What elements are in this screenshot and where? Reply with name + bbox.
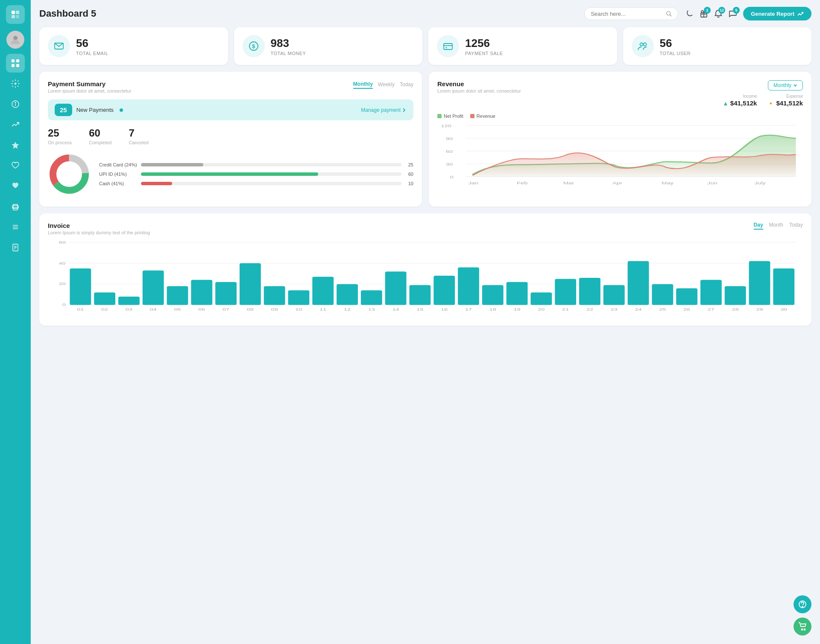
svg-text:Jan: Jan — [468, 181, 478, 185]
bar-chart-bar — [458, 267, 479, 305]
sidebar-item-dashboard[interactable] — [6, 54, 25, 73]
user-avatar[interactable] — [6, 31, 24, 49]
revenue-monthly-btn[interactable]: Monthly — [768, 80, 803, 90]
svg-rect-2 — [12, 15, 15, 18]
bar-chart-bar — [94, 292, 115, 305]
svg-text:08: 08 — [247, 307, 254, 312]
stat-info-payment: 1256 PAYMENT SALE — [465, 37, 503, 56]
canceled-value: 7 — [129, 127, 148, 139]
stat-number-email: 56 — [76, 37, 108, 50]
svg-text:16: 16 — [441, 307, 448, 312]
email-icon — [48, 35, 70, 57]
invoice-tab-day[interactable]: Day — [754, 222, 763, 230]
sidebar-item-favorites[interactable] — [6, 136, 25, 154]
svg-text:20: 20 — [538, 307, 545, 312]
svg-text:40: 40 — [59, 261, 66, 265]
expense-label: Expense — [786, 94, 803, 99]
stat-card-email: 56 TOTAL EMAIL — [39, 27, 228, 65]
progress-bar-bg-upi — [141, 172, 401, 176]
revenue-card: Revenue Lorem ipsum dolor sit amet, cons… — [429, 72, 811, 207]
header: Dashboard 5 2 — [39, 7, 811, 20]
legend-dot-revenue — [470, 114, 474, 118]
svg-point-98 — [802, 629, 803, 630]
bar-chart-bar — [652, 284, 673, 305]
invoice-tab-month[interactable]: Month — [769, 222, 783, 230]
revenue-chart: 120 90 60 30 0 — [437, 121, 803, 198]
progress-val-cash: 10 — [405, 181, 413, 186]
bar-chart-bar — [555, 279, 576, 305]
progress-bar-fill-cash — [141, 182, 172, 185]
sidebar-item-heart[interactable] — [6, 156, 25, 175]
sidebar-item-reports[interactable] — [6, 238, 25, 257]
bar-chart-bar — [676, 288, 697, 305]
bar-chart-bar — [409, 285, 430, 305]
bar-chart-bar — [749, 261, 770, 305]
stat-info-email: 56 TOTAL EMAIL — [76, 37, 108, 56]
legend-label-revenue: Revenue — [477, 114, 495, 119]
search-input[interactable] — [591, 11, 662, 17]
legend-revenue: Revenue — [470, 114, 495, 119]
bar-chart-bar — [482, 285, 504, 305]
progress-list: Credit Card (24%) 25 UPI ID (41%) 60 — [99, 162, 413, 186]
sidebar-item-info[interactable] — [6, 95, 25, 114]
svg-text:01: 01 — [77, 307, 84, 312]
svg-text:14: 14 — [392, 307, 400, 312]
sidebar-item-settings[interactable] — [6, 74, 25, 93]
dark-mode-toggle[interactable] — [685, 9, 694, 18]
sidebar-item-list[interactable] — [6, 218, 25, 236]
float-support-btn[interactable] — [794, 595, 811, 613]
stat-label-user: TOTAL USER — [660, 51, 691, 56]
tab-monthly[interactable]: Monthly — [353, 80, 373, 89]
middle-row: Payment Summary Lorem ipsum dolor sit am… — [39, 72, 811, 207]
gift-icon-btn[interactable]: 2 — [700, 9, 708, 18]
sidebar-item-saved[interactable] — [6, 177, 25, 195]
svg-text:Jun: Jun — [707, 181, 718, 185]
stat-number-money: 983 — [271, 37, 306, 50]
svg-text:02: 02 — [101, 307, 108, 312]
bar-chart-bar — [628, 261, 649, 305]
bar-chart-bar — [264, 286, 285, 305]
bar-chart-bar — [143, 271, 164, 305]
svg-text:0: 0 — [62, 303, 66, 307]
money-icon: $ — [243, 35, 265, 57]
svg-text:07: 07 — [223, 307, 229, 312]
tab-weekly[interactable]: Weekly — [378, 81, 395, 88]
income-value: ▲ $41,512k — [723, 99, 757, 107]
progress-bar-bg-cash — [141, 182, 401, 185]
svg-rect-5 — [12, 59, 15, 62]
stat-label-payment: PAYMENT SALE — [465, 51, 503, 56]
bell-icon-btn[interactable]: 12 — [714, 9, 723, 18]
expense-item: Expense 🔸 $41,512k — [767, 94, 803, 107]
expense-value: 🔸 $41,512k — [767, 99, 803, 107]
svg-rect-7 — [12, 64, 15, 67]
invoice-tabs: Day Month Today — [754, 222, 803, 230]
sidebar-item-print[interactable] — [6, 197, 25, 216]
app-logo[interactable] — [6, 5, 25, 24]
float-cart-btn[interactable] — [794, 618, 811, 635]
progress-label-cc: Credit Card (24%) — [99, 162, 138, 167]
svg-text:18: 18 — [489, 307, 497, 312]
sidebar-item-analytics[interactable] — [6, 115, 25, 134]
gift-badge: 2 — [704, 7, 711, 14]
search-bar[interactable] — [584, 7, 678, 20]
svg-text:24: 24 — [635, 307, 642, 312]
svg-point-4 — [13, 36, 18, 40]
stat-label-email: TOTAL EMAIL — [76, 51, 108, 56]
tab-today[interactable]: Today — [400, 81, 413, 88]
chat-icon-btn[interactable]: 5 — [729, 9, 737, 18]
svg-text:0: 0 — [450, 175, 454, 179]
stat-canceled: 7 Canceled — [129, 127, 148, 145]
svg-text:29: 29 — [756, 307, 763, 312]
bar-chart-bar — [530, 292, 552, 305]
generate-report-button[interactable]: Generate Report — [743, 7, 811, 20]
legend-net-profit: Net Profit — [437, 114, 463, 119]
revenue-right: Monthly Income ▲ $41,512k Expense — [723, 80, 803, 109]
manage-payment-link[interactable]: Manage payment — [361, 107, 407, 113]
invoice-title-group: Invoice Lorem Ipsum is simply dummy text… — [48, 222, 150, 235]
completed-label: Completed — [89, 140, 111, 145]
float-buttons — [794, 595, 811, 635]
stat-on-process: 25 On process — [48, 127, 72, 145]
svg-point-99 — [804, 629, 805, 630]
svg-text:May: May — [662, 181, 674, 185]
invoice-tab-today[interactable]: Today — [789, 222, 803, 230]
